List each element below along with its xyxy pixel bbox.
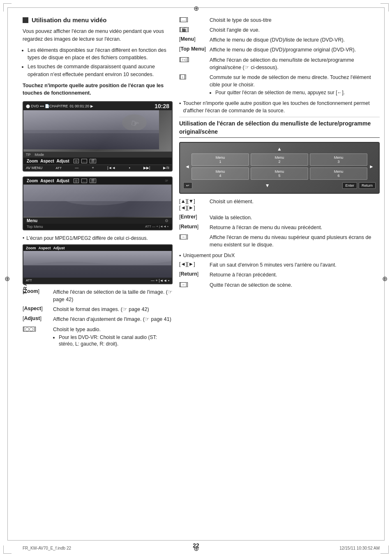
topmenu-term: [Top Menu] — [179, 46, 208, 52]
corner-mark — [3, 553, 12, 554]
menu-cell-5: Menu5 — [251, 167, 308, 180]
return-btn: Return — [359, 182, 376, 189]
nav-choose-term: [▲][▼][◄][►] — [179, 198, 208, 211]
small-controls: — + |◄◄ ▪ — [151, 278, 169, 283]
note-dot: • — [179, 100, 181, 107]
right-column: […] Choisit le type de sous-titre [🎬] Ch… — [179, 12, 380, 536]
divx-back: [←] Quitte l'écran de sélection de scène… — [179, 281, 380, 289]
select-menu-def: Affiche l'écran de sélection du menu/lis… — [210, 56, 380, 71]
svg-point-6 — [65, 193, 130, 205]
source-note: • Toucher n'importe quelle autre positio… — [179, 100, 380, 114]
menu-bottom-nav: ↩ ▼ Enter Return — [183, 181, 376, 190]
att-label: ATT — [56, 166, 62, 170]
menu-back-btn: ↩ — [183, 182, 192, 189]
svg-point-2 — [122, 114, 147, 131]
divx-skip-term: [◄][►] — [179, 261, 208, 267]
angle-icon: 🎬 — [180, 27, 187, 32]
desc-adjust: [Adjust] Affiche l'écran d'ajustement de… — [23, 316, 173, 323]
corner-mark — [3, 3, 4, 12]
subtitle-def: Choisit le type de sous-titre — [210, 16, 272, 24]
registration-mark-left: ⊕ — [5, 275, 10, 283]
corner-mark — [380, 3, 389, 4]
topmenu-def: Affiche le menu de disque (DVD)/programm… — [210, 46, 356, 53]
icon-angle-2: 🎬 — [90, 179, 96, 183]
select-menu-term: [↑◁] — [179, 56, 208, 62]
bold-instruction: Touchez n'importe quelle autre position … — [23, 82, 173, 97]
section2-title: Utilisation de l'écran de sélection du m… — [179, 120, 380, 138]
screen-mockup-1: ⬤ DVD ▪▪▪ 📄CHAPITRE 01 00:01:20 ▶ 10:28 … — [23, 101, 173, 172]
section-title: Utilisation du menu vidéo — [23, 16, 173, 23]
audio-icon: ◯◯ — [24, 327, 35, 332]
menu-down-arrow: ▼ — [265, 183, 270, 188]
menu-cell-6: Menu6 — [310, 167, 367, 180]
icon-angle: 🎬 — [90, 159, 96, 163]
menu-up-arrow: ▲ — [183, 146, 376, 152]
divx-return: [Return] Retourne à l'écran précédent. — [179, 271, 380, 278]
screen-bottom-controls-1: AV MENU ATT — + |◄◄ ▪ ▶▶| ▶/II — [23, 165, 172, 171]
section-title-icon — [23, 17, 28, 23]
menu-cells: Menu1 Menu2 Menu3 Menu4 Menu5 Menu6 — [191, 153, 367, 180]
select-menu-icon: ↑◁ — [180, 57, 188, 62]
menu-def: Affiche le menu de disque (DVD)/liste de… — [210, 36, 345, 44]
svg-rect-8 — [23, 265, 171, 278]
intro-paragraph: Vous pouvez afficher l'écran de menu vid… — [23, 28, 173, 43]
divx-return-def: Retourne à l'écran précédent. — [210, 271, 277, 278]
vol-down-icon: — — [75, 166, 78, 170]
zoom-label: Zoom — [27, 159, 38, 163]
page-border — [7, 7, 8, 541]
adjust-label: Adjust — [57, 159, 69, 163]
divx-return-term: [Return] — [179, 271, 208, 277]
page-footer: FR_KW-AV70_E_f.indb 22 12/15/11 10:30:52… — [23, 546, 380, 550]
right-menu: [Menu] Affiche le menu de disque (DVD)/l… — [179, 36, 380, 44]
nav-back-term: [←] — [179, 234, 208, 239]
audio-term: [◯◯] — [23, 326, 51, 332]
note-text: Toucher n'importe quelle autre position … — [183, 100, 380, 114]
right-angle: [🎬] Choisit l'angle de vue. — [179, 26, 380, 34]
page-border — [7, 540, 385, 541]
corner-mark — [388, 3, 389, 12]
nav-choose: [▲][▼][◄][►] Choisit un élément. — [179, 198, 380, 211]
section-divider — [179, 117, 380, 117]
small-zoom-bar: Zoom Aspect Adjust — [23, 245, 172, 251]
screen-landscape-svg — [23, 110, 159, 149]
screen-mockup-2: Zoom Aspect Adjust ◎ … 🎬 ☞ — [23, 176, 173, 230]
screen-landscape-svg-2 — [23, 185, 171, 217]
left-column: Utilisation du menu vidéo Vous pouvez af… — [23, 12, 173, 536]
next-icon: ▶▶| — [143, 166, 150, 170]
menu-bottom-bar: Menu ⚙ — [23, 218, 172, 224]
back-icon: ← — [180, 234, 187, 239]
menu-right-arrow: ► — [369, 164, 374, 169]
right-subtitle: […] Choisit le type de sous-titre — [179, 16, 380, 24]
divx-note: • Uniquement pour DivX — [179, 252, 380, 259]
corner-mark — [388, 545, 389, 554]
hand-cursor-2: ☞ — [165, 179, 168, 183]
subtitle-icon: … — [180, 17, 187, 22]
icon-subtitle: … — [81, 159, 87, 163]
nav-return: [Return] Retourne à l'écran de menu du n… — [179, 224, 380, 231]
aspect-term: [Aspect] — [23, 306, 51, 311]
section-title-text: Utilisation du menu vidéo — [32, 16, 107, 23]
adjust-def: Affiche l'écran d'ajustement de l'image.… — [53, 316, 171, 323]
desc-audio: [◯◯] Choisit le type audio. Pour les DVD… — [23, 326, 173, 348]
nav-back-def: Affiche l'écran de menu du niveau supéri… — [210, 234, 380, 248]
screen-video-area-1: ☞ — [23, 110, 172, 151]
screen-mockup-3: Zoom Aspect Adjust — [23, 244, 173, 284]
desc-aspect: [Aspect] Choisit le format des images. (… — [23, 306, 173, 313]
audio-def: Choisit le type audio. Pour les DVD-VR: … — [53, 326, 173, 348]
adjust-term: [Adjust] — [23, 316, 51, 321]
angle-term: [🎬] — [179, 26, 208, 32]
zoom-def: Affiche l'écran de sélection de la taill… — [53, 288, 173, 303]
audio-sub-bullet: Pour les DVD-VR: Choisit le canal audio … — [59, 334, 173, 348]
footer-right-text: 12/15/11 10:30:52 AM — [339, 546, 380, 550]
divx-table: [◄][►] Fait un saut d'environ 5 minutes … — [179, 261, 380, 288]
divx-back-term: [←] — [179, 281, 208, 287]
divx-back-icon: ← — [180, 282, 187, 287]
mode-label: Mode — [35, 153, 44, 157]
main-content: Utilisation du menu vidéo Vous pouvez af… — [23, 12, 380, 536]
direct-mode-sub: Pour quitter l'écran de sélection de men… — [215, 89, 380, 96]
icon-audio: ◎ — [74, 159, 79, 163]
top-menu-label: Top Menu — [27, 225, 43, 229]
adjust-label-3: Adjust — [53, 246, 65, 250]
menu-selection-screen: ▲ ◄ Menu1 Menu2 Menu3 Menu4 Menu5 Menu6 … — [179, 142, 380, 194]
menu-grid-container: ◄ Menu1 Menu2 Menu3 Menu4 Menu5 Menu6 ► — [183, 153, 376, 180]
